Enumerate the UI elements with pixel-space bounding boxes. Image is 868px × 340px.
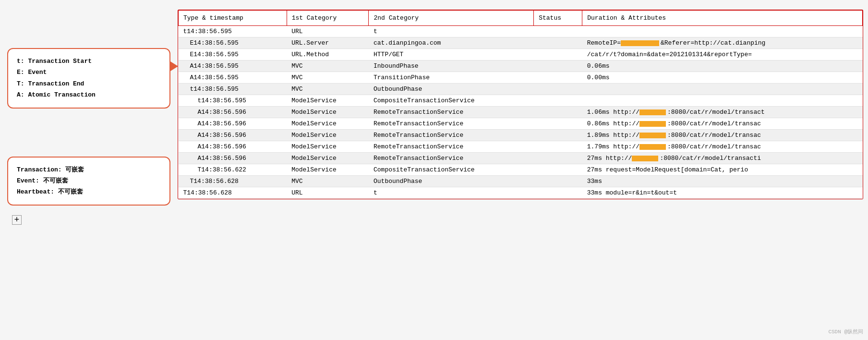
cell-cat2: RemoteTransactionService (369, 141, 534, 153)
cell-cat2: OutboundPhase (369, 176, 534, 187)
duration-bar (639, 144, 666, 150)
legend2-line1: Transaction: 可嵌套 (17, 164, 161, 175)
cell-cat1: ModelService (287, 153, 369, 164)
cell-duration (582, 84, 863, 95)
legend2-box: Transaction: 可嵌套 Event: 不可嵌套 Heartbeat: … (7, 157, 170, 206)
duration-bar (639, 133, 666, 138)
cell-cat1: URL.Server (287, 37, 369, 49)
cell-duration: 1.89ms http://:8080/cat/r/model/transac (582, 130, 863, 141)
legend1-line3: T: Transaction End (17, 78, 161, 89)
duration-bar (639, 121, 666, 127)
cell-type-ts: T14:38:56.628 (179, 176, 287, 187)
cell-type-ts: A14:38:56.595 (179, 72, 287, 84)
main-table-container: Type & timestamp 1st Category 2nd Catego… (178, 10, 863, 199)
table-row: t14:38:56.595MVCOutboundPhase (179, 84, 863, 95)
cell-status (534, 141, 582, 153)
cell-cat2: InboundPhase (369, 61, 534, 72)
right-panel: Type & timestamp 1st Category 2nd Catego… (178, 0, 868, 340)
cell-cat1: URL (287, 26, 369, 37)
cell-cat1: ModelService (287, 107, 369, 118)
cell-type-ts: A14:38:56.596 (179, 118, 287, 130)
cell-type-ts: E14:38:56.595 (179, 37, 287, 49)
cell-duration: 0.06ms (582, 61, 863, 72)
table-row: A14:38:56.595MVCInboundPhase0.06ms (179, 61, 863, 72)
table-row: T14:38:56.628MVCOutboundPhase33ms (179, 176, 863, 187)
cell-cat1: MVC (287, 84, 369, 95)
cell-duration: 27ms http://:8080/cat/r/model/transacti (582, 153, 863, 164)
cell-cat2: RemoteTransactionService (369, 130, 534, 141)
table-row: A14:38:56.596ModelServiceRemoteTransacti… (179, 107, 863, 118)
duration-bar (632, 156, 658, 161)
cell-status (534, 26, 582, 37)
table-row: A14:38:56.596ModelServiceRemoteTransacti… (179, 130, 863, 141)
cell-cat2: CompositeTransactionService (369, 164, 534, 176)
cell-cat1: URL.Method (287, 49, 369, 61)
left-panel: t: Transaction Start E: Event T: Transac… (0, 0, 178, 340)
cell-cat2: RemoteTransactionService (369, 107, 534, 118)
cell-cat2: CompositeTransactionService (369, 95, 534, 107)
duration-bar (621, 40, 659, 46)
table-row: A14:38:56.596ModelServiceRemoteTransacti… (179, 141, 863, 153)
cell-status (534, 107, 582, 118)
table-row: E14:38:56.595URL.Servercat.dianpingoa.co… (179, 37, 863, 49)
legend1-line2: E: Event (17, 67, 161, 78)
cell-status (534, 176, 582, 187)
legend1-wrapper: t: Transaction Start E: Event T: Transac… (7, 48, 170, 109)
table-row: T14:38:56.622ModelServiceCompositeTransa… (179, 164, 863, 176)
table-row: A14:38:56.596ModelServiceRemoteTransacti… (179, 118, 863, 130)
legend1-line4: A: Atomic Transaction (17, 89, 161, 100)
cell-cat2: TransitionPhase (369, 72, 534, 84)
col-type-timestamp: Type & timestamp (179, 11, 287, 26)
cell-type-ts: A14:38:56.596 (179, 130, 287, 141)
cell-status (534, 164, 582, 176)
cell-cat1: URL (287, 187, 369, 199)
cell-cat2: RemoteTransactionService (369, 118, 534, 130)
cell-type-ts: T14:38:56.622 (179, 164, 287, 176)
cell-type-ts: A14:38:56.596 (179, 107, 287, 118)
cell-cat1: MVC (287, 61, 369, 72)
cell-duration (582, 95, 863, 107)
cell-cat2: t (369, 187, 534, 199)
table-row: t14:38:56.595URLt (179, 26, 863, 37)
cell-status (534, 118, 582, 130)
cell-cat1: ModelService (287, 141, 369, 153)
cell-status (534, 130, 582, 141)
cell-duration: 33ms module=r&in=t&out=t (582, 187, 863, 199)
cell-type-ts: t14:38:56.595 (179, 26, 287, 37)
cell-status (534, 72, 582, 84)
table-row: T14:38:56.628URLt33ms module=r&in=t&out=… (179, 187, 863, 199)
cell-cat2: OutboundPhase (369, 84, 534, 95)
expand-button[interactable]: + (12, 215, 22, 225)
table-row: E14:38:56.595URL.MethodHTTP/GET/cat/r/t?… (179, 49, 863, 61)
cell-status (534, 95, 582, 107)
cell-type-ts: A14:38:56.596 (179, 153, 287, 164)
table-row: A14:38:56.596ModelServiceRemoteTransacti… (179, 153, 863, 164)
cell-duration: 33ms (582, 176, 863, 187)
col-2nd-category: 2nd Category (369, 11, 534, 26)
legend2-line3: Heartbeat: 不可嵌套 (17, 186, 161, 197)
cell-status (534, 153, 582, 164)
cell-type-ts: E14:38:56.595 (179, 49, 287, 61)
cell-duration (582, 26, 863, 37)
legend1-box: t: Transaction Start E: Event T: Transac… (7, 48, 170, 109)
cell-cat2: cat.dianpingoa.com (369, 37, 534, 49)
cell-cat1: MVC (287, 176, 369, 187)
cell-cat1: ModelService (287, 95, 369, 107)
cell-duration: 1.06ms http://:8080/cat/r/model/transact (582, 107, 863, 118)
cell-duration: 1.79ms http://:8080/cat/r/model/transac (582, 141, 863, 153)
cell-type-ts: t14:38:56.595 (179, 84, 287, 95)
cell-duration: /cat/r/t?domain=&date=2012101314&reportT… (582, 49, 863, 61)
cell-cat1: ModelService (287, 118, 369, 130)
cell-type-ts: t14:38:56.595 (179, 95, 287, 107)
cell-status (534, 61, 582, 72)
cell-duration: 0.86ms http://:8080/cat/r/model/transac (582, 118, 863, 130)
watermark: CSDN @纵然间 (828, 328, 863, 335)
cell-status (534, 187, 582, 199)
cell-cat2: HTTP/GET (369, 49, 534, 61)
cell-type-ts: T14:38:56.628 (179, 187, 287, 199)
col-1st-category: 1st Category (287, 11, 369, 26)
cell-duration: 27ms request=ModelRequest[domain=Cat, pe… (582, 164, 863, 176)
cell-cat1: MVC (287, 72, 369, 84)
cell-cat1: ModelService (287, 164, 369, 176)
cell-cat2: RemoteTransactionService (369, 153, 534, 164)
